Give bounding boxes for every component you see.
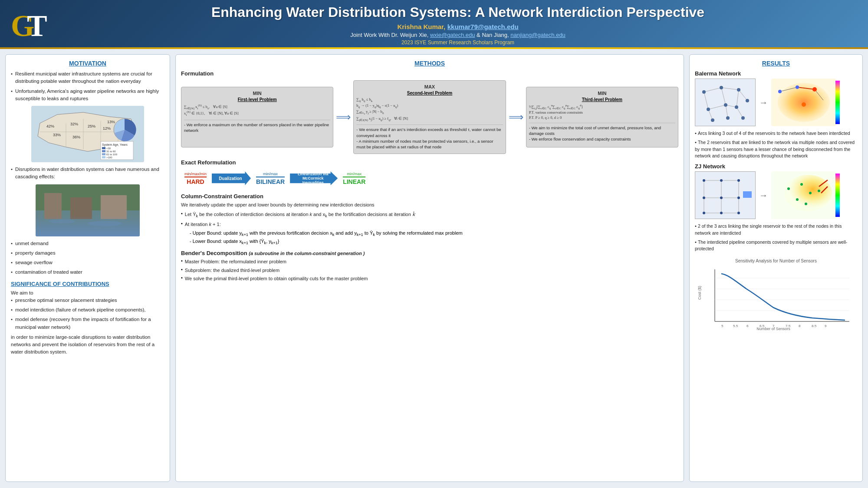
svg-point-85	[787, 187, 790, 190]
svg-text:33%: 33%	[53, 133, 61, 137]
svg-point-74	[720, 179, 723, 182]
svg-rect-82	[743, 191, 752, 198]
dualization-arrow: Dualization	[212, 171, 251, 185]
svg-rect-93	[835, 174, 840, 217]
ccg-desc: We iteratively update the upper and lowe…	[181, 201, 678, 209]
benders-dot-2: •	[181, 267, 183, 272]
svg-point-79	[703, 212, 705, 214]
svg-point-87	[809, 192, 812, 194]
bilinear-label: min/max	[256, 172, 285, 177]
problem2-title: Second-level Problem	[356, 91, 503, 95]
effect-dot-3: •	[11, 259, 13, 266]
svg-rect-28	[695, 79, 756, 126]
problem2-desc: - We ensure that if an arc's interdictio…	[356, 124, 503, 150]
reform-flow: min/max/min HARD Dualization min/max BIL…	[181, 169, 678, 188]
bilinear-box: min/max BILINEAR	[253, 169, 288, 188]
benders-subtitle: (a subroutine in the column-constraint g…	[249, 251, 365, 256]
sig-aim: We aim to	[11, 289, 164, 297]
balerma-result1: • Arcs linking 3 out of 4 of the reservo…	[695, 130, 857, 137]
coauthor1-email: wxie@gatech.edu	[430, 32, 475, 38]
sensitivity-chart: Sensitivity Analysis for Number of Senso…	[695, 256, 857, 339]
zj-map	[695, 171, 756, 219]
motivation-bullet1: • Resilient municipal water infrastructu…	[11, 70, 164, 85]
zj-results-text: • 2 of the 3 arcs linking the single res…	[695, 223, 857, 252]
center-panel: METHODS Formulation MIN First-level Prob…	[175, 54, 684, 482]
effect-dot-1: •	[11, 240, 13, 247]
svg-text:9: 9	[825, 324, 827, 328]
left-panel: MOTIVATION • Resilient municipal water i…	[5, 54, 170, 482]
svg-point-76	[703, 197, 705, 199]
svg-point-44	[707, 108, 710, 111]
svg-text:T: T	[27, 9, 47, 43]
svg-text:7: 7	[773, 324, 775, 328]
svg-text:12%: 12%	[103, 126, 111, 131]
linear-box: min/max LINEAR	[339, 169, 369, 188]
sig-dot-1: •	[11, 297, 13, 304]
hard-box: min/max/min HARD	[181, 169, 210, 188]
flood-overlay	[36, 216, 140, 236]
svg-point-48	[726, 116, 730, 120]
svg-point-80	[720, 212, 723, 214]
ccg-label: Column-Constraint Generation	[181, 193, 678, 200]
svg-point-42	[737, 88, 740, 92]
sig-bullet-1: • prescribe optimal sensor placement str…	[11, 297, 164, 304]
flood-image	[36, 184, 140, 236]
svg-text:System Age, Years: System Age, Years	[102, 143, 128, 147]
benders-bullet-2: • Subproblem: the dualized third-level p…	[181, 267, 678, 274]
coauthors-line: Joint Work With Dr. Weijun Xie, wxie@gat…	[56, 32, 859, 38]
svg-point-41	[720, 86, 723, 89]
sig-dot-2: •	[11, 306, 13, 314]
zj-arrow: →	[759, 190, 768, 200]
effects-list: • unmet demand • property damages • sewa…	[11, 240, 164, 276]
svg-rect-23	[44, 193, 62, 219]
svg-point-45	[724, 103, 727, 107]
problem1-desc: - We enforce a maximum on the number of …	[184, 120, 330, 134]
results-title: RESULTS	[695, 60, 857, 67]
svg-text:6.5: 6.5	[760, 324, 765, 328]
linear-word: LINEAR	[343, 178, 365, 185]
svg-text:8: 8	[799, 324, 801, 328]
ccg-sub-2: - Lower Bound: update xk+1 with {Ŷk, yk+…	[190, 238, 678, 246]
zj-network-name: ZJ Network	[695, 163, 857, 170]
zj-network-row: →	[695, 171, 857, 219]
svg-point-47	[711, 118, 714, 122]
effect-dot-2: •	[11, 249, 13, 257]
svg-text:25%: 25%	[88, 124, 95, 128]
gt-logo: G T	[9, 8, 48, 43]
third-level-problem: MIN Third-level Problem ½∑i,j[∑c∈C ciju∑…	[526, 87, 678, 147]
svg-text:<30: <30	[106, 147, 111, 150]
author-email: kkumar79@gatech.edu	[447, 23, 519, 30]
ccg-bullet-2: • At iteration k + 1:	[181, 221, 678, 228]
author-name: Krishna Kumar,	[397, 23, 445, 30]
arrow-2-3: ⟹	[509, 111, 523, 123]
svg-text:5: 5	[721, 324, 723, 328]
balerma-map	[695, 79, 756, 126]
svg-text:42%: 42%	[46, 124, 54, 128]
main-content: MOTIVATION • Resilient municipal water i…	[0, 49, 868, 487]
benders-bullet-3: • We solve the primal third-level proble…	[181, 275, 678, 282]
linearization-arrow: Linearization via McCormick Inequalities	[290, 171, 338, 185]
hard-word: HARD	[184, 178, 207, 185]
benders-label: Bender's Decomposition (a subroutine in …	[181, 250, 678, 256]
svg-point-55	[778, 90, 782, 93]
bilinear-word: BILINEAR	[256, 178, 285, 185]
svg-point-86	[800, 183, 803, 186]
ccg-bullets: • Let Ŷk be the collection of interdicti…	[181, 211, 678, 246]
svg-text:36%: 36%	[72, 135, 80, 139]
svg-point-81	[737, 212, 740, 214]
svg-text:Cost ($): Cost ($)	[697, 286, 702, 300]
sig-contributions-title: SIGNIFICANCE OF CONTRIBUTIONS	[11, 281, 164, 287]
svg-point-56	[796, 85, 799, 89]
svg-text:13%: 13%	[107, 120, 115, 124]
problem3-title: Third-level Problem	[529, 97, 675, 102]
svg-point-84	[784, 175, 832, 211]
svg-point-90	[805, 203, 807, 205]
svg-rect-17	[102, 153, 105, 155]
second-level-problem: MAX Second-level Problem ∑ij bij ≤ bk bi…	[353, 80, 506, 154]
svg-point-58	[802, 102, 806, 107]
svg-text:5.5: 5.5	[733, 324, 738, 328]
ccg-bullet-dot-1: •	[181, 211, 183, 216]
svg-point-46	[735, 105, 738, 109]
page-title: Enhancing Water Distribution Systems: A …	[56, 4, 859, 20]
svg-rect-15	[102, 150, 105, 152]
